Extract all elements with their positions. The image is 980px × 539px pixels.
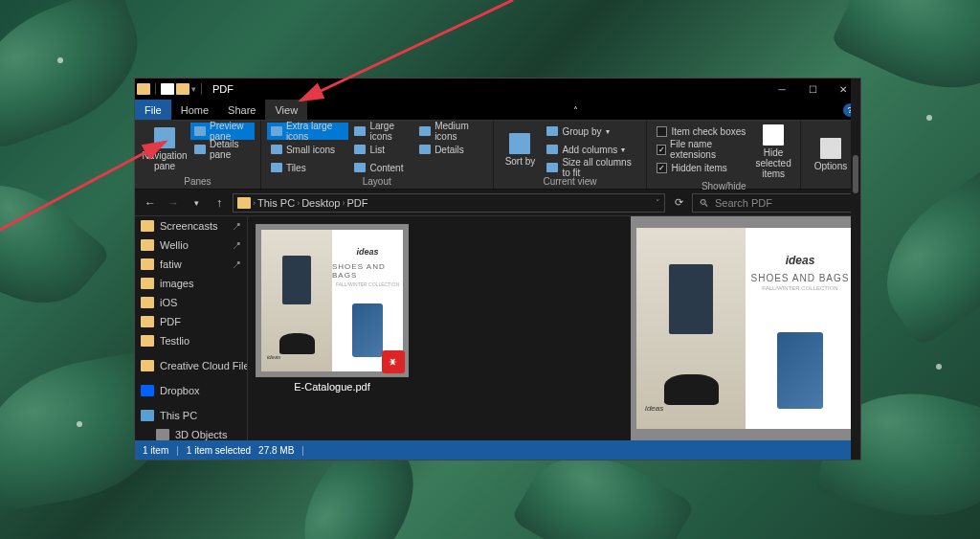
sidebar-item[interactable]: Screencasts📍︎ [135, 216, 247, 236]
hidden-items-toggle[interactable]: Hidden items [653, 159, 750, 176]
catalog-subtitle: FALL/WINTER COLLECTION [762, 285, 837, 291]
maximize-button[interactable]: ☐ [797, 79, 828, 100]
folder-icon [141, 316, 154, 327]
ribbon-group-panes: Navigation pane Preview pane Details pan… [135, 121, 261, 189]
chevron-right-icon[interactable]: › [253, 198, 256, 208]
layout-icon [354, 126, 366, 136]
sidebar-item[interactable]: PDF [135, 312, 247, 331]
sidebar-item[interactable]: Creative Cloud Files [135, 356, 247, 375]
details-pane-button[interactable]: Details pane [190, 141, 255, 158]
options-label: Options [814, 161, 847, 171]
checkbox-icon [657, 145, 666, 155]
sidebar-item[interactable]: iOS [135, 293, 247, 312]
extensions-label: File name extensions [670, 139, 746, 160]
qat-dropdown-icon[interactable]: ▾ [191, 84, 196, 94]
navigation-pane-icon [154, 127, 175, 148]
refresh-button[interactable]: ⟳ [669, 193, 688, 213]
sidebar-item[interactable]: Dropbox [135, 381, 247, 400]
menu-file[interactable]: File [135, 100, 171, 120]
up-button[interactable]: ↑ [210, 193, 229, 213]
layout-label: Content [369, 163, 403, 173]
folder-icon [141, 258, 154, 270]
navigation-pane-label: Navigation pane [142, 150, 187, 171]
address-bar: ← → ▾ ↑ › This PC › Desktop › PDF ˅ ⟳ 🔍︎… [135, 190, 860, 216]
details-button[interactable]: Details [415, 141, 486, 158]
list-button[interactable]: List [350, 141, 413, 158]
add-columns-button[interactable]: Add columns ▾ [543, 141, 640, 158]
menu-view[interactable]: View [265, 100, 307, 120]
hide-icon [763, 124, 784, 146]
navigation-sidebar[interactable]: Screencasts📍︎Wellio📍︎fatiw📍︎imagesiOSPDF… [135, 216, 248, 440]
qat-icon-2[interactable] [176, 83, 189, 95]
pin-icon: 📍︎ [232, 240, 241, 251]
chevron-down-icon[interactable]: ˅ [656, 198, 660, 208]
pdf-badge-icon [382, 350, 405, 373]
search-input[interactable]: 🔍︎ Search PDF [692, 193, 855, 213]
file-name-label[interactable]: E-Catalogue.pdf [294, 381, 370, 393]
preview-pane: ideas ideas SHOES AND BAGS FALL/WINTER C… [631, 216, 860, 440]
breadcrumb-segment[interactable]: Desktop [301, 197, 340, 209]
forward-button[interactable]: → [164, 193, 183, 213]
menubar: File Home Share View ˄ ? [135, 100, 860, 121]
hide-selected-button[interactable]: Hide selected items [752, 123, 794, 181]
ribbon-group-label: Layout [267, 176, 487, 189]
small-icons-button[interactable]: Small icons [267, 141, 349, 158]
sidebar-item[interactable]: Wellio📍︎ [135, 236, 247, 255]
folder-icon [141, 278, 154, 289]
ribbon: Navigation pane Preview pane Details pan… [135, 121, 860, 190]
layout-icon [354, 163, 366, 172]
sidebar-item[interactable]: fatiw📍︎ [135, 255, 247, 274]
sort-icon [509, 133, 530, 154]
chevron-right-icon[interactable]: › [297, 198, 300, 208]
breadcrumb-segment[interactable]: PDF [346, 197, 368, 209]
details-pane-icon [194, 145, 206, 154]
recent-dropdown-icon[interactable]: ▾ [187, 193, 206, 213]
medium-icons-button[interactable]: Medium icons [415, 123, 486, 140]
sidebar-item[interactable]: This PC [135, 406, 247, 425]
ribbon-group-label: Panes [141, 176, 255, 189]
catalog-title: SHOES AND BAGS [751, 273, 850, 283]
sort-by-button[interactable]: Sort by [500, 123, 542, 176]
back-button[interactable]: ← [141, 193, 160, 213]
titlebar[interactable]: ▾ PDF ─ ☐ ✕ [135, 79, 860, 100]
file-list[interactable]: ideas ideas SHOES AND BAGS FALL/WINTER C… [248, 216, 631, 440]
chevron-right-icon[interactable]: › [342, 198, 345, 208]
ribbon-group-label: Current view [500, 176, 641, 189]
breadcrumb[interactable]: › This PC › Desktop › PDF ˅ [233, 193, 665, 213]
menu-home[interactable]: Home [171, 100, 218, 120]
app-icon [137, 83, 150, 95]
pin-icon: 📍︎ [232, 259, 241, 270]
checkboxes-label: Item check boxes [671, 126, 746, 137]
tiles-button[interactable]: Tiles [267, 159, 349, 176]
navigation-pane-button[interactable]: Navigation pane [141, 123, 189, 176]
pc-icon [141, 410, 154, 421]
sidebar-item-label: This PC [160, 410, 197, 421]
extra-large-icons-button[interactable]: Extra large icons [267, 123, 349, 140]
sidebar-item[interactable]: Testlio [135, 331, 247, 350]
file-extensions-toggle[interactable]: File name extensions [653, 141, 750, 158]
qat-icon[interactable] [161, 83, 174, 95]
item-checkboxes-toggle[interactable]: Item check boxes [653, 123, 750, 140]
sidebar-item[interactable]: 3D Objects [135, 425, 247, 440]
sidebar-item-label: Testlio [160, 335, 189, 347]
preview-scrollbar[interactable] [851, 79, 860, 460]
sidebar-item-label: Dropbox [160, 385, 200, 396]
large-icons-button[interactable]: Large icons [350, 123, 413, 140]
breadcrumb-segment[interactable]: This PC [257, 197, 295, 209]
folder-icon [141, 239, 154, 251]
search-placeholder: Search PDF [715, 197, 772, 209]
sidebar-item-label: iOS [160, 297, 177, 308]
content-button[interactable]: Content [350, 159, 413, 176]
ribbon-collapse-icon[interactable]: ˄ [563, 100, 584, 121]
group-by-button[interactable]: Group by ▾ [543, 123, 640, 140]
size-columns-button[interactable]: Size all columns to fit [543, 159, 640, 176]
menu-share[interactable]: Share [218, 100, 265, 120]
minimize-button[interactable]: ─ [767, 79, 797, 100]
sidebar-item-label: Screencasts [160, 220, 218, 232]
sidebar-item[interactable]: images [135, 274, 247, 293]
preview-pane-button[interactable]: Preview pane [190, 123, 255, 140]
layout-label: Small icons [286, 145, 335, 155]
file-item[interactable]: ideas ideas SHOES AND BAGS FALL/WINTER C… [256, 224, 409, 393]
layout-label: Tiles [286, 163, 306, 173]
options-button[interactable]: Options [807, 123, 855, 187]
